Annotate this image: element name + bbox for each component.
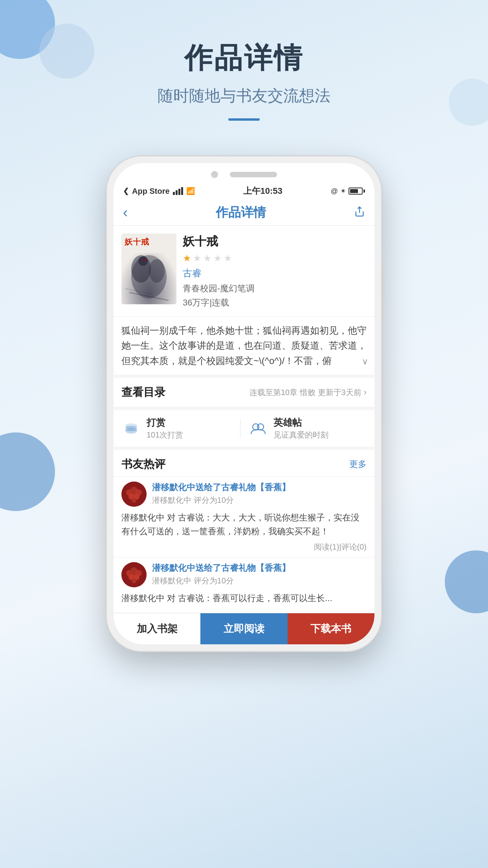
bluetooth-icon: ✴ bbox=[340, 187, 346, 195]
reviews-header: 书友热评 更多 bbox=[114, 450, 374, 476]
review-content: 潜移默化中 对 古睿说：大大，大大，听说你想生猴子，实在没有什么可送的，送一筐香… bbox=[121, 511, 367, 538]
bg-decoration-2 bbox=[39, 24, 94, 79]
hero-post-action[interactable]: 英雄帖 见证真爱的时刻 bbox=[240, 416, 367, 440]
reward-icon bbox=[121, 419, 141, 438]
review-item: 潜移默化中送给了古睿礼物【香蕉】 潜移默化中 评分为10分 潜移默化中 对 古睿… bbox=[114, 557, 374, 613]
description-text: 狐仙祠一别成千年，他杀她十世；狐仙祠再遇如初见，他守她一生。这个故事讲的是道，也… bbox=[121, 325, 367, 366]
wifi-icon: 📶 bbox=[186, 187, 195, 195]
status-right: @ ✴ bbox=[331, 187, 365, 195]
action-row: 打赏 101次打赏 英雄帖 见证真爱的时刻 bbox=[114, 407, 374, 447]
svg-point-22 bbox=[121, 562, 147, 587]
back-button[interactable]: ‹ bbox=[123, 204, 128, 221]
bottom-action-bar: 加入书架 立即阅读 下载本书 bbox=[114, 613, 374, 644]
reward-count: 101次打赏 bbox=[147, 430, 183, 440]
catalog-section[interactable]: 查看目录 连载至第10章 惜败 更新于3天前 › bbox=[114, 375, 374, 407]
star-1: ★ bbox=[183, 253, 191, 264]
book-name: 妖十戒 bbox=[183, 234, 367, 250]
review-avatar bbox=[121, 482, 147, 507]
svg-point-14 bbox=[257, 424, 264, 430]
svg-point-15 bbox=[121, 482, 147, 507]
reward-action[interactable]: 打赏 101次打赏 bbox=[121, 416, 240, 440]
status-bar: ❮ App Store 📶 上午10:53 @ ✴ bbox=[114, 182, 374, 200]
phone-top-bar bbox=[114, 163, 374, 182]
svg-point-4 bbox=[138, 256, 148, 266]
hero-post-icon bbox=[248, 419, 268, 438]
page-title-sub: 随时随地与书友交流想法 bbox=[0, 85, 488, 107]
review-user-score-2: 潜移默化中 评分为10分 bbox=[152, 576, 367, 586]
book-details: 妖十戒 ★ ★ ★ ★ ★ 古睿 青春校园-魔幻笔调 36万字|连载 bbox=[183, 234, 367, 309]
review-score: 评分为10分 bbox=[194, 496, 234, 504]
svg-point-5 bbox=[143, 259, 145, 261]
phone-mockup: ❮ App Store 📶 上午10:53 @ ✴ bbox=[0, 156, 488, 651]
hero-post-desc: 见证真爱的时刻 bbox=[273, 430, 328, 440]
book-stats: 36万字|连载 bbox=[183, 297, 367, 309]
svg-point-12 bbox=[126, 428, 137, 433]
book-cover: 妖十戒 bbox=[121, 234, 176, 304]
review-score-2: 评分为10分 bbox=[194, 576, 234, 585]
phone-camera bbox=[211, 171, 218, 178]
reviews-section: 书友热评 更多 bbox=[114, 447, 374, 613]
review-item: 潜移默化中送给了古睿礼物【香蕉】 潜移默化中 评分为10分 潜移默化中 对 古睿… bbox=[114, 476, 374, 557]
expand-icon[interactable]: ∨ bbox=[362, 355, 368, 368]
update-info: 更新于3天前 bbox=[318, 387, 361, 398]
page-title-divider bbox=[228, 118, 260, 121]
review-user: 潜移默化中 bbox=[152, 496, 191, 504]
review-title-2: 潜移默化中送给了古睿礼物【香蕉】 bbox=[152, 562, 367, 574]
reviews-more-button[interactable]: 更多 bbox=[349, 458, 367, 470]
hero-post-label: 英雄帖 bbox=[273, 416, 328, 429]
chapter-info: 连载至第10章 惜败 bbox=[250, 387, 316, 398]
catalog-arrow-icon: › bbox=[364, 387, 367, 397]
svg-point-28 bbox=[132, 579, 136, 583]
book-genre: 青春校园-魔幻笔调 bbox=[183, 283, 367, 294]
location-icon: @ bbox=[331, 187, 338, 195]
review-footer: 阅读(1)|评论(0) bbox=[121, 542, 367, 552]
app-store-label: App Store bbox=[132, 187, 170, 196]
book-author[interactable]: 古睿 bbox=[183, 267, 367, 280]
download-button[interactable]: 下载本书 bbox=[288, 613, 374, 644]
review-meta-2: 潜移默化中送给了古睿礼物【香蕉】 潜移默化中 评分为10分 bbox=[121, 562, 367, 587]
status-left: ❮ App Store 📶 bbox=[123, 187, 195, 196]
book-info-section: 妖十戒 bbox=[114, 226, 374, 316]
star-5: ★ bbox=[224, 253, 232, 264]
phone-speaker bbox=[230, 172, 277, 177]
phone-mute-btn bbox=[105, 235, 106, 262]
status-time: 上午10:53 bbox=[243, 185, 283, 197]
svg-point-3 bbox=[149, 259, 165, 283]
phone-vol-up-btn bbox=[105, 278, 106, 317]
battery-icon bbox=[349, 188, 365, 195]
add-to-shelf-button[interactable]: 加入书架 bbox=[114, 613, 200, 644]
reviews-title: 书友热评 bbox=[121, 457, 165, 472]
phone-screen: ❮ App Store 📶 上午10:53 @ ✴ bbox=[114, 163, 374, 644]
catalog-label: 查看目录 bbox=[121, 385, 165, 400]
phone-power-btn bbox=[382, 266, 383, 317]
review-avatar-2 bbox=[121, 562, 147, 587]
star-3: ★ bbox=[203, 253, 212, 264]
review-title: 潜移默化中送给了古睿礼物【香蕉】 bbox=[152, 482, 367, 493]
review-user-2: 潜移默化中 bbox=[152, 576, 191, 585]
share-button[interactable] bbox=[354, 206, 365, 220]
read-now-button[interactable]: 立即阅读 bbox=[200, 613, 287, 644]
phone-outer: ❮ App Store 📶 上午10:53 @ ✴ bbox=[106, 156, 382, 651]
book-description: 狐仙祠一别成千年，他杀她十世；狐仙祠再遇如初见，他守她一生。这个故事讲的是道，也… bbox=[114, 316, 374, 375]
nav-title: 作品详情 bbox=[216, 204, 266, 221]
nav-bar: ‹ 作品详情 bbox=[114, 200, 374, 226]
back-icon: ❮ bbox=[123, 187, 129, 195]
svg-point-21 bbox=[132, 498, 136, 503]
phone-vol-down-btn bbox=[105, 329, 106, 368]
star-4: ★ bbox=[213, 253, 222, 264]
reward-label: 打赏 bbox=[147, 416, 183, 429]
book-rating: ★ ★ ★ ★ ★ bbox=[183, 253, 367, 264]
star-2: ★ bbox=[193, 253, 202, 264]
catalog-info: 连载至第10章 惜败 更新于3天前 › bbox=[250, 387, 367, 398]
review-meta: 潜移默化中送给了古睿礼物【香蕉】 潜移默化中 评分为10分 bbox=[121, 482, 367, 507]
signal-icon bbox=[173, 187, 183, 195]
review-user-score: 潜移默化中 评分为10分 bbox=[152, 495, 367, 506]
review-content-2: 潜移默化中 对 古睿说：香蕉可以行走，香蕉可以生长... bbox=[121, 591, 367, 605]
